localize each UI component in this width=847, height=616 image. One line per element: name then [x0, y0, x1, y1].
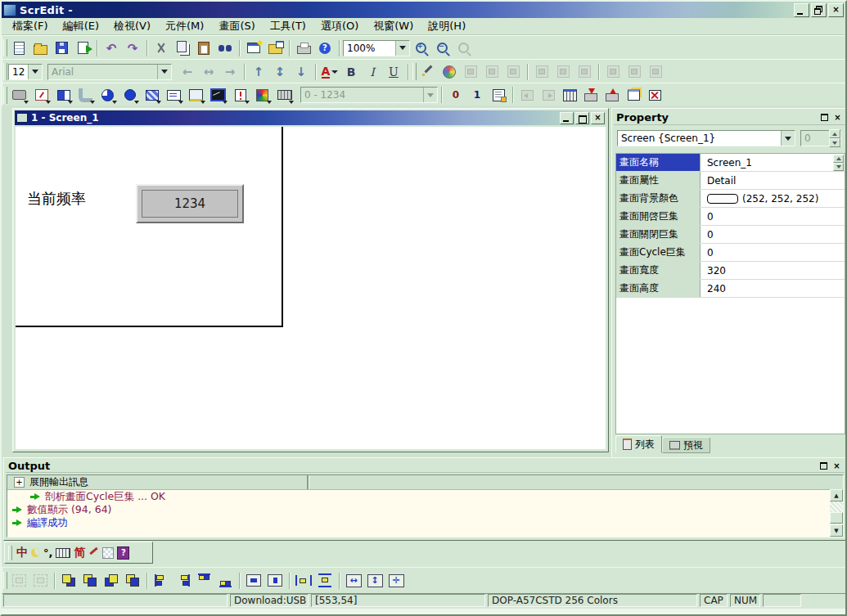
shape-style-2-button[interactable]	[624, 62, 645, 82]
meter-element-button[interactable]	[30, 85, 52, 105]
animation-element-button[interactable]	[251, 85, 273, 105]
spinner-down-button[interactable]	[829, 138, 840, 147]
zoom-out-button[interactable]: −	[431, 38, 453, 58]
ime-simplified-toggle[interactable]: 简	[74, 546, 85, 560]
font-size-combobox[interactable]: 12	[8, 64, 43, 80]
bold-button[interactable]: B	[340, 62, 362, 82]
menu-options[interactable]: 選項(O)	[313, 18, 366, 34]
align-bottom-text-button[interactable]: ↓	[291, 62, 312, 82]
output-close-button[interactable]: ×	[831, 461, 842, 470]
ime-fullwidth-icon[interactable]	[31, 548, 40, 557]
document-minimize-button[interactable]	[560, 112, 574, 124]
state-1-button[interactable]: 1	[466, 85, 488, 105]
fill-color-button[interactable]	[439, 62, 460, 82]
close-button[interactable]: ×	[828, 3, 844, 17]
tab-list[interactable]: 列表	[615, 435, 662, 453]
align-top-text-button[interactable]: ↑	[248, 62, 269, 82]
cut-button[interactable]	[151, 38, 172, 58]
next-screen-button[interactable]	[538, 85, 559, 105]
same-size-button[interactable]: ✛	[385, 571, 407, 591]
button-element-button[interactable]	[8, 85, 30, 105]
toolbar-grip[interactable]	[8, 546, 12, 560]
message-element-button[interactable]	[163, 85, 185, 105]
close-screen-button[interactable]	[644, 85, 665, 105]
download-screen-button[interactable]	[580, 85, 601, 105]
state-0-button[interactable]: 0	[445, 85, 466, 105]
align-bottom-button[interactable]	[214, 571, 236, 591]
group-button[interactable]	[8, 571, 29, 591]
spinner-up-button[interactable]	[829, 129, 840, 138]
alarm-element-button[interactable]	[229, 85, 251, 105]
simulate-button[interactable]	[623, 85, 644, 105]
output-message[interactable]: 編譯成功	[7, 516, 843, 529]
ime-punctuation-toggle[interactable]: °,	[43, 546, 52, 559]
menu-window[interactable]: 視窗(W)	[366, 18, 421, 34]
ime-help-icon[interactable]: ?	[117, 546, 129, 560]
bring-to-front-button[interactable]	[58, 571, 79, 591]
italic-button[interactable]: I	[362, 62, 383, 82]
property-label-height[interactable]: 畫面高度	[616, 280, 701, 297]
paste-button[interactable]	[193, 38, 214, 58]
copy-button[interactable]	[172, 38, 193, 58]
output-maximize-button[interactable]	[818, 461, 829, 470]
graph-element-button[interactable]	[207, 85, 229, 105]
property-value-attribute[interactable]: Detail	[701, 172, 845, 189]
hmi-text-label[interactable]: 当前频率	[27, 189, 86, 209]
font-name-combobox[interactable]: Arial	[47, 64, 172, 80]
menu-view[interactable]: 檢視(V)	[106, 18, 158, 34]
middle-text-button[interactable]: ↕	[269, 62, 291, 82]
toolbar-grip[interactable]	[412, 63, 417, 80]
zoom-combobox[interactable]: 100%	[343, 40, 410, 56]
scroll-down-button[interactable]: ▼	[830, 524, 843, 537]
restore-button[interactable]	[811, 3, 827, 17]
frame-style-2-button[interactable]	[552, 62, 574, 82]
indicator-element-button[interactable]	[119, 85, 141, 105]
new-screen-button[interactable]	[243, 38, 264, 58]
border-pen-button[interactable]	[417, 62, 439, 82]
property-maximize-button[interactable]	[819, 113, 830, 123]
frame-style-1-button[interactable]	[531, 62, 552, 82]
print-button[interactable]	[293, 38, 314, 58]
same-width-button[interactable]: ↔	[343, 571, 364, 591]
property-label-close-macro[interactable]: 畫面關閉巨集	[616, 226, 701, 243]
same-height-button[interactable]: ↕	[364, 571, 385, 591]
property-value-name[interactable]: Screen_1	[701, 154, 845, 171]
space-down-button[interactable]	[314, 571, 336, 591]
shape-style-1-button[interactable]	[602, 62, 624, 82]
property-label-open-macro[interactable]: 畫面開啓巨集	[616, 208, 701, 225]
ime-keyboard-icon[interactable]	[56, 548, 70, 558]
output-message[interactable]: 剖析畫面Cycle巨集 ... OK	[7, 490, 843, 503]
screen-canvas[interactable]: 当前频率 1234	[16, 127, 606, 449]
expand-icon[interactable]: +	[14, 477, 25, 488]
scroll-thumb[interactable]	[830, 512, 843, 524]
property-value-bgcolor[interactable]: (252, 252, 252)	[701, 190, 845, 207]
shape-style-3-button[interactable]	[645, 62, 666, 82]
align-right-button[interactable]	[172, 571, 193, 591]
export-button[interactable]	[72, 38, 93, 58]
document-maximize-button[interactable]	[575, 112, 589, 124]
ime-handwriting-icon[interactable]	[88, 547, 99, 558]
redo-button[interactable]: ↷	[122, 38, 143, 58]
display-element-button[interactable]	[185, 85, 207, 105]
numeric-display-element[interactable]: 1234	[136, 184, 244, 223]
address-combobox[interactable]: 0 - 1234	[300, 87, 438, 103]
property-label-attribute[interactable]: 畫面屬性	[616, 172, 701, 189]
font-name-dropdown-button[interactable]	[157, 65, 171, 79]
rotate-button[interactable]	[460, 62, 481, 82]
ime-language-toggle[interactable]: 中	[16, 546, 28, 560]
new-file-button[interactable]	[8, 38, 29, 58]
align-right-text-button[interactable]: →	[219, 62, 241, 82]
tab-preview[interactable]: 預視	[662, 437, 710, 453]
menu-help[interactable]: 說明(H)	[421, 18, 473, 34]
menu-edit[interactable]: 編輯(E)	[56, 18, 106, 34]
output-message[interactable]: 數值顯示 (94, 64)	[7, 503, 843, 516]
property-object-combobox[interactable]: Screen {Screen_1}	[617, 130, 795, 146]
document-titlebar[interactable]: 1 - Screen_1 ×	[15, 110, 606, 125]
minimize-button[interactable]	[794, 3, 809, 17]
zoom-in-button[interactable]: +	[410, 38, 431, 58]
property-label-name[interactable]: 畫面名稱	[616, 154, 701, 171]
scroll-up-button[interactable]: ▲	[830, 489, 843, 501]
flip-horizontal-button[interactable]	[481, 62, 502, 82]
space-across-button[interactable]	[293, 571, 314, 591]
address-dropdown-button[interactable]	[423, 88, 437, 102]
